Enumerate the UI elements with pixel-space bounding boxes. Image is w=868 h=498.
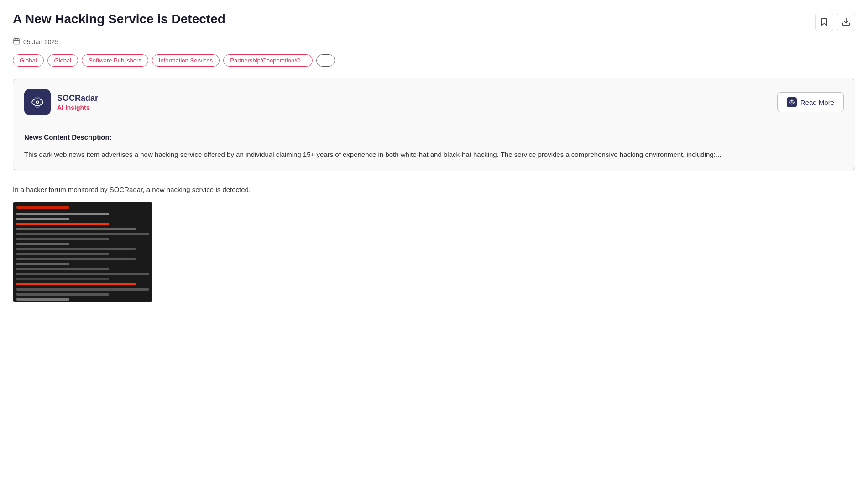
tag-global-2[interactable]: Global [47,54,78,67]
ai-insights-card: SOCRadar AI Insights Read More News Cont… [13,78,855,171]
download-icon [842,17,851,26]
tag-more-button[interactable]: ... [316,54,335,67]
article-title: A New Hacking Service is Detected [13,11,225,27]
news-content-label: News Content Description: [24,133,844,141]
calendar-icon [13,37,20,46]
article-date-value: 05 Jan 2025 [23,38,58,46]
svg-point-7 [37,101,38,103]
download-button[interactable] [837,13,855,31]
svg-point-12 [791,102,792,103]
forum-screenshot [13,202,152,302]
ai-brand-text: SOCRadar AI Insights [57,93,98,111]
socradar-logo [24,89,51,115]
page-header: A New Hacking Service is Detected [13,11,855,31]
tags-row: Global Global Software Publishers Inform… [13,54,855,67]
read-more-label: Read More [800,99,834,106]
article-date: 05 Jan 2025 [13,37,855,46]
tag-global-1[interactable]: Global [13,54,44,67]
svg-rect-1 [14,39,19,44]
tag-partnership[interactable]: Partnership/Cooperation/O... [223,54,312,67]
read-more-icon [787,97,797,107]
header-actions [815,13,855,31]
news-content-text: This dark web news item advertises a new… [24,149,844,160]
ai-insights-header: SOCRadar AI Insights Read More [24,89,844,115]
divider [24,124,844,124]
intro-text: In a hacker forum monitored by SOCRadar,… [13,184,855,195]
tag-information-services[interactable]: Information Services [152,54,220,67]
brand-sub: AI Insights [57,104,98,111]
read-more-button[interactable]: Read More [777,92,844,112]
tag-software-publishers[interactable]: Software Publishers [82,54,148,67]
brand-name: SOCRadar [57,93,98,103]
bookmark-button[interactable] [815,13,833,31]
bookmark-icon [820,17,829,26]
ai-brand: SOCRadar AI Insights [24,89,98,115]
